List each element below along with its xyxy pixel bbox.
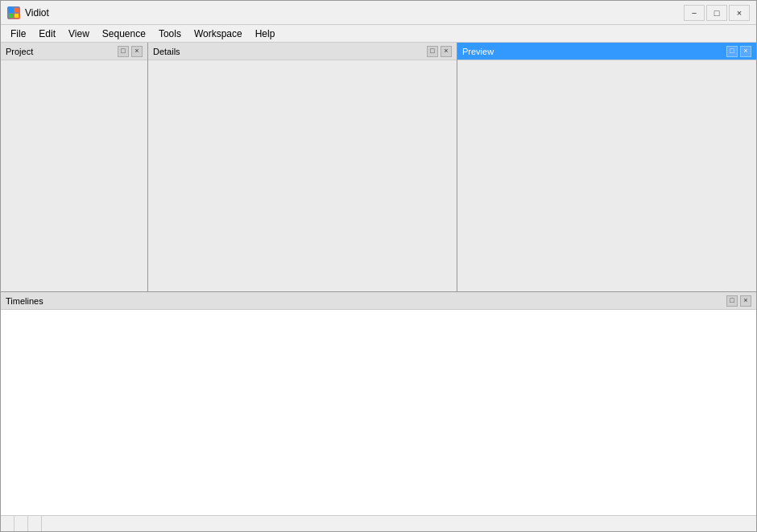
menu-bar: File Edit View Sequence Tools Workspace … — [1, 25, 756, 43]
preview-panel-header: Preview □ × — [457, 43, 756, 60]
menu-sequence[interactable]: Sequence — [96, 27, 152, 41]
details-panel-header: Details □ × — [148, 43, 457, 60]
minimize-button[interactable]: − — [684, 5, 705, 21]
project-panel-header: Project □ × — [1, 43, 147, 60]
title-bar: Vidiot − □ × — [1, 1, 756, 25]
menu-tools[interactable]: Tools — [152, 27, 188, 41]
details-restore-button[interactable]: □ — [427, 46, 438, 57]
svg-rect-2 — [9, 14, 13, 18]
app-icon — [7, 6, 20, 19]
timelines-panel: Timelines □ × — [1, 292, 756, 515]
top-panels: Project □ × Details □ × — [1, 43, 756, 292]
project-panel-title: Project — [6, 47, 33, 56]
timelines-panel-content — [1, 310, 756, 515]
maximize-button[interactable]: □ — [706, 5, 727, 21]
menu-view[interactable]: View — [62, 27, 96, 41]
status-segment-3 — [28, 516, 42, 531]
timelines-panel-title: Timelines — [6, 296, 43, 306]
close-button[interactable]: × — [729, 5, 750, 21]
menu-file[interactable]: File — [4, 27, 32, 41]
project-panel-content — [1, 60, 147, 291]
timelines-restore-button[interactable]: □ — [726, 295, 738, 307]
project-close-button[interactable]: × — [131, 46, 143, 57]
status-segment-4 — [42, 516, 756, 531]
preview-panel-controls: □ × — [726, 46, 751, 57]
project-panel: Project □ × — [1, 43, 148, 291]
svg-rect-1 — [14, 8, 19, 12]
menu-help[interactable]: Help — [249, 27, 282, 41]
details-panel-controls: □ × — [427, 46, 452, 57]
status-bar — [1, 515, 756, 531]
details-panel-title: Details — [153, 47, 180, 56]
status-segment-2 — [14, 516, 28, 531]
preview-restore-button[interactable]: □ — [726, 46, 738, 57]
title-bar-left: Vidiot — [7, 6, 49, 19]
svg-rect-3 — [14, 14, 19, 18]
project-panel-controls: □ × — [118, 46, 143, 57]
preview-panel: Preview □ × — [457, 43, 756, 291]
status-segment-1 — [1, 516, 14, 531]
details-panel-content — [148, 60, 457, 291]
title-bar-controls: − □ × — [684, 5, 750, 21]
main-area: Project □ × Details □ × — [1, 43, 756, 515]
menu-edit[interactable]: Edit — [32, 27, 62, 41]
main-window: Vidiot − □ × File Edit View Sequence Too… — [0, 0, 757, 532]
details-close-button[interactable]: × — [441, 46, 452, 57]
preview-panel-title: Preview — [462, 47, 494, 56]
app-title: Vidiot — [25, 7, 49, 19]
menu-workspace[interactable]: Workspace — [188, 27, 249, 41]
details-panel: Details □ × — [148, 43, 457, 291]
timelines-close-button[interactable]: × — [740, 295, 751, 307]
timelines-panel-controls: □ × — [726, 295, 751, 307]
project-restore-button[interactable]: □ — [118, 46, 129, 57]
preview-close-button[interactable]: × — [740, 46, 751, 57]
svg-rect-0 — [9, 8, 14, 13]
preview-panel-content — [457, 60, 756, 291]
timelines-panel-header: Timelines □ × — [1, 292, 756, 310]
